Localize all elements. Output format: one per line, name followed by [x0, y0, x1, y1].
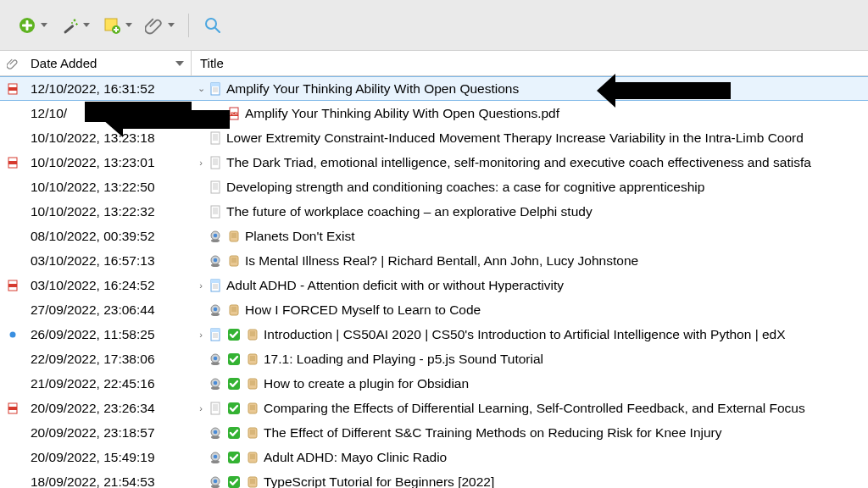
title-text: Adult ADHD: Mayo Clinic Radio — [264, 450, 447, 465]
sticky-note-plus-icon — [102, 15, 122, 36]
twisty-closed-icon[interactable]: › — [194, 403, 208, 413]
title-cell: How to create a plugin for Obsidian — [191, 376, 868, 391]
table-row[interactable]: 03/10/2022, 16:57:13Is Mental Illness Re… — [0, 248, 868, 273]
table-row[interactable]: 18/09/2022, 21:54:53TypeScript Tutorial … — [0, 469, 868, 488]
caret-down-icon — [83, 23, 90, 27]
title-cell: ›Introduction | CS50AI 2020 | CS50's Int… — [191, 327, 868, 342]
svg-rect-47 — [230, 231, 238, 241]
table-row[interactable]: 20/09/2022, 15:49:19Adult ADHD: Mayo Cli… — [0, 445, 868, 469]
table-row[interactable]: 22/09/2022, 17:38:0617.1: Loading and Pl… — [0, 347, 868, 371]
date-text: 20/09/2022, 23:18:57 — [31, 425, 155, 441]
doc-blue-icon — [208, 81, 223, 97]
date-text: 22/09/2022, 17:38:06 — [31, 352, 155, 367]
check-icon — [226, 425, 242, 441]
date-cell: 18/09/2022, 21:54:53 — [25, 474, 191, 489]
caret-down-icon — [125, 23, 132, 27]
attachment-cell — [0, 402, 25, 414]
table-row[interactable]: 10/10/2022, 13:22:32The future of workpl… — [0, 199, 868, 224]
table-row[interactable]: 10/10/2022, 13:23:01›The Dark Triad, emo… — [0, 150, 868, 175]
table-row[interactable]: 10/10/2022, 13:22:50Developing strength … — [0, 175, 868, 199]
scroll-icon — [245, 327, 260, 342]
date-text: 10/10/2022, 13:23:01 — [31, 155, 155, 170]
svg-point-4 — [74, 19, 76, 21]
date-cell: 22/09/2022, 17:38:06 — [25, 352, 191, 367]
table-row[interactable]: 10/10/2022, 13:23:18Lower Extremity Cons… — [0, 125, 868, 150]
table-row[interactable]: 20/09/2022, 23:26:34›Comparing the Effec… — [0, 396, 868, 420]
svg-point-67 — [214, 307, 218, 311]
date-cell: 20/09/2022, 15:49:19 — [25, 450, 191, 465]
title-column-header[interactable]: Title — [191, 51, 868, 75]
svg-rect-54 — [230, 256, 238, 266]
attachment-column-header[interactable] — [0, 58, 25, 69]
title-cell: ›The Dark Triad, emotional intelligence,… — [191, 155, 868, 170]
webcam-icon — [208, 352, 223, 367]
check-icon — [226, 401, 242, 416]
new-note-button[interactable] — [97, 12, 137, 39]
table-row[interactable]: 26/09/2022, 11:58:25›Introduction | CS50… — [0, 322, 868, 347]
date-cell: 10/10/2022, 13:23:18 — [25, 130, 191, 146]
date-text: 10/10/2022, 13:22:50 — [31, 180, 155, 195]
search-button[interactable] — [198, 12, 228, 39]
table-row[interactable]: 12/10/PDFAmplify Your Thinking Ability W… — [0, 101, 868, 125]
title-cell: Developing strength and conditioning coa… — [191, 180, 868, 195]
item-list[interactable]: 12/10/2022, 16:31:52⌄Amplify Your Thinki… — [0, 76, 868, 488]
green-plus-icon — [17, 15, 37, 36]
attachment-cell — [0, 83, 25, 95]
separator — [188, 14, 189, 37]
date-cell: 03/10/2022, 16:24:52 — [25, 278, 191, 293]
svg-rect-9 — [114, 29, 119, 30]
date-cell: 20/09/2022, 23:18:57 — [25, 425, 191, 441]
date-cell: 10/10/2022, 13:22:32 — [25, 204, 191, 219]
doc-icon — [208, 130, 223, 146]
svg-rect-3 — [64, 24, 75, 33]
new-item-button[interactable] — [12, 12, 53, 39]
pdf-icon: PDF — [226, 106, 242, 121]
svg-text:PDF: PDF — [230, 111, 238, 116]
wand-button[interactable] — [54, 12, 95, 39]
doc-icon — [208, 401, 223, 416]
title-cell: Lower Extremity Constraint-Induced Movem… — [191, 130, 868, 146]
table-row[interactable]: 20/09/2022, 23:18:57The Effect of Differ… — [0, 420, 868, 445]
title-text: The future of workplace coaching – an ex… — [226, 204, 593, 219]
doc-blue-icon — [208, 278, 223, 293]
table-row[interactable]: 27/09/2022, 23:06:44How I FORCED Myself … — [0, 297, 868, 322]
date-cell: 08/10/2022, 00:39:52 — [25, 229, 191, 244]
twisty-closed-icon[interactable]: › — [194, 280, 208, 291]
table-row[interactable]: 08/10/2022, 00:39:52Planets Don't Exist — [0, 224, 868, 248]
twisty-open-icon[interactable]: ⌄ — [194, 83, 208, 94]
table-row[interactable]: 03/10/2022, 16:24:52›Adult ADHD - Attent… — [0, 273, 868, 297]
svg-rect-59 — [8, 284, 17, 287]
column-header-row: Date Added Title — [0, 51, 868, 76]
date-cell: 12/10/ — [25, 106, 191, 121]
check-icon — [226, 450, 242, 465]
title-cell: TypeScript Tutorial for Beginners [2022] — [191, 474, 868, 489]
twisty-closed-icon[interactable]: › — [194, 330, 208, 340]
svg-point-46 — [214, 233, 218, 237]
svg-point-113 — [214, 430, 218, 434]
svg-rect-79 — [248, 330, 257, 340]
svg-point-85 — [214, 356, 218, 360]
doc-icon — [208, 155, 223, 170]
title-text: The Effect of Different S&C Training Met… — [264, 425, 721, 441]
scroll-icon — [245, 376, 260, 391]
scroll-icon — [245, 401, 260, 416]
attach-button[interactable] — [139, 12, 180, 39]
table-row[interactable]: 21/09/2022, 22:45:16How to create a plug… — [0, 371, 868, 396]
date-text: 27/09/2022, 23:06:44 — [31, 302, 155, 318]
doc-icon — [208, 180, 223, 195]
scroll-icon — [245, 474, 260, 489]
date-added-column-header[interactable]: Date Added — [25, 56, 191, 70]
table-row[interactable]: 12/10/2022, 16:31:52⌄Amplify Your Thinki… — [0, 76, 868, 101]
date-text: 03/10/2022, 16:57:13 — [31, 253, 155, 269]
title-text: Introduction | CS50AI 2020 | CS50's Intr… — [264, 327, 786, 342]
caret-down-icon — [168, 23, 175, 27]
svg-rect-15 — [211, 83, 220, 86]
title-cell: ›Adult ADHD - Attention deficit with or … — [191, 278, 868, 293]
twisty-closed-icon[interactable]: › — [194, 158, 208, 168]
date-cell: 10/10/2022, 13:22:50 — [25, 180, 191, 195]
svg-rect-100 — [8, 407, 17, 410]
date-cell: 26/09/2022, 11:58:25 — [25, 327, 191, 342]
svg-point-93 — [214, 380, 218, 385]
check-icon — [226, 327, 242, 342]
date-text: 08/10/2022, 00:39:52 — [31, 229, 155, 244]
